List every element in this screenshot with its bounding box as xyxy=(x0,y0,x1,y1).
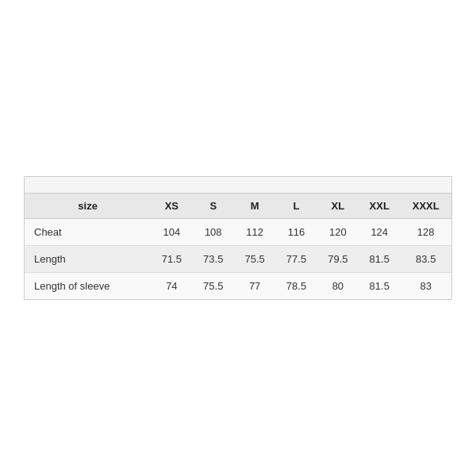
cell-r1-c5: 81.5 xyxy=(359,246,400,273)
cell-r0-c6: 128 xyxy=(400,219,451,246)
cell-r1-c6: 83.5 xyxy=(400,246,451,273)
table-header-row: sizeXSSMLXLXXLXXXL xyxy=(25,194,451,219)
size-chart-container: sizeXSSMLXLXXLXXXL Cheat1041081121161201… xyxy=(24,176,452,300)
cell-r1-c0: 71.5 xyxy=(151,246,192,273)
cell-r2-c1: 75.5 xyxy=(193,273,234,300)
cell-r0-c3: 116 xyxy=(275,219,317,246)
col-header-xxl: XXL xyxy=(359,194,400,219)
col-header-xl: XL xyxy=(317,194,359,219)
cell-r0-c4: 120 xyxy=(317,219,359,246)
table-row: Cheat104108112116120124128 xyxy=(25,219,451,246)
col-header-xs: XS xyxy=(151,194,192,219)
col-header-l: L xyxy=(275,194,317,219)
size-table: sizeXSSMLXLXXLXXXL Cheat1041081121161201… xyxy=(25,194,451,299)
cell-r2-c2: 77 xyxy=(234,273,275,300)
cell-r1-c4: 79.5 xyxy=(317,246,359,273)
cell-r1-c2: 75.5 xyxy=(234,246,275,273)
col-header-s: S xyxy=(193,194,234,219)
chart-title-row xyxy=(25,177,451,194)
cell-r2-c0: 74 xyxy=(151,273,192,300)
col-header-m: M xyxy=(234,194,275,219)
cell-r2-c6: 83 xyxy=(400,273,451,300)
row-label-0: Cheat xyxy=(25,219,151,246)
cell-r0-c0: 104 xyxy=(151,219,192,246)
cell-r0-c5: 124 xyxy=(359,219,400,246)
col-header-xxxl: XXXL xyxy=(400,194,451,219)
cell-r0-c1: 108 xyxy=(193,219,234,246)
row-label-1: Length xyxy=(25,246,151,273)
row-label-2: Length of sleeve xyxy=(25,273,151,300)
cell-r2-c3: 78.5 xyxy=(275,273,317,300)
table-row: Length of sleeve7475.57778.58081.583 xyxy=(25,273,451,300)
cell-r1-c3: 77.5 xyxy=(275,246,317,273)
table-body: Cheat104108112116120124128Length71.573.5… xyxy=(25,219,451,300)
cell-r2-c5: 81.5 xyxy=(359,273,400,300)
cell-r1-c1: 73.5 xyxy=(193,246,234,273)
col-header-size: size xyxy=(25,194,151,219)
cell-r2-c4: 80 xyxy=(317,273,359,300)
cell-r0-c2: 112 xyxy=(234,219,275,246)
table-row: Length71.573.575.577.579.581.583.5 xyxy=(25,246,451,273)
